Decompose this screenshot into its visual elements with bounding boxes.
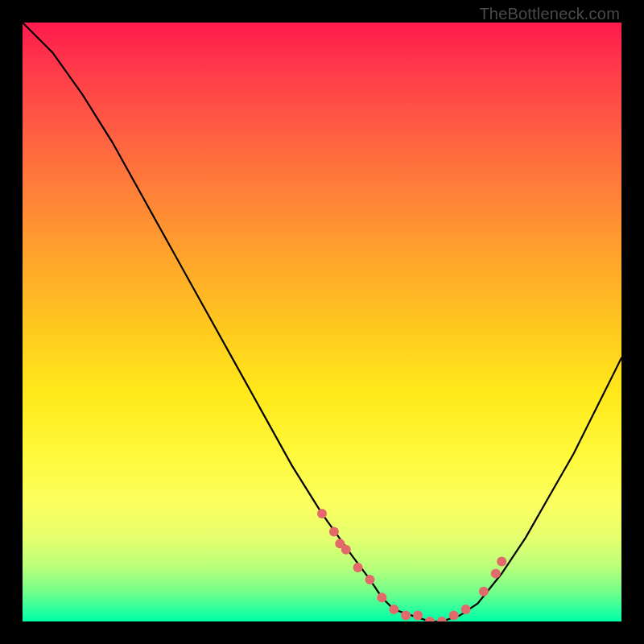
chart-stage: TheBottleneck.com	[0, 0, 644, 644]
highlight-dot	[479, 587, 489, 597]
highlight-dot	[329, 526, 339, 536]
plot-area	[23, 23, 621, 621]
highlight-dot	[497, 557, 506, 567]
highlight-dot	[341, 545, 351, 555]
highlight-dot	[353, 563, 363, 572]
highlight-dots	[317, 509, 506, 621]
highlight-dot	[437, 617, 447, 621]
curve-svg	[23, 23, 621, 621]
highlight-dot	[491, 569, 501, 579]
highlight-dot	[449, 611, 459, 621]
watermark-text: TheBottleneck.com	[479, 5, 620, 23]
bottleneck-curve	[23, 23, 621, 621]
highlight-dot	[461, 605, 471, 614]
highlight-dot	[413, 611, 423, 621]
highlight-dot	[401, 611, 411, 621]
highlight-dot	[365, 575, 375, 584]
highlight-dot	[425, 617, 435, 621]
highlight-dot	[389, 605, 398, 614]
highlight-dot	[317, 509, 327, 518]
highlight-dot	[377, 592, 386, 602]
